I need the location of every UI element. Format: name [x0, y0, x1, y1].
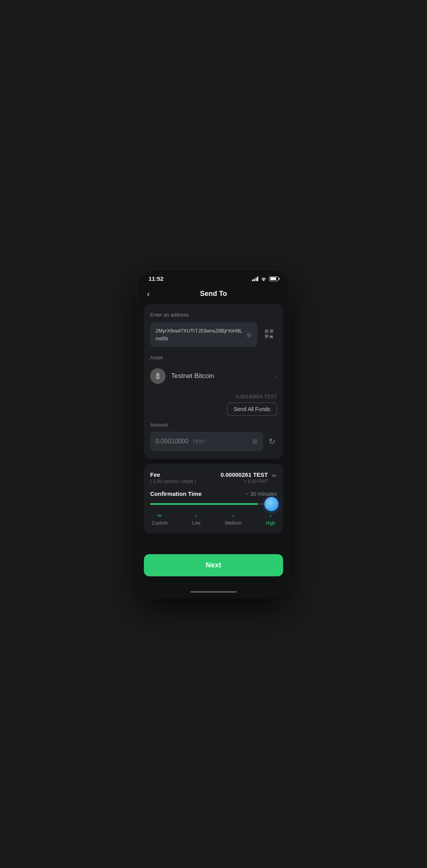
- fee-fiat: ≈ 0.00 FIAT: [220, 479, 268, 484]
- confirmation-value: ~ 30 minutes: [245, 491, 277, 497]
- asset-name: Testnet Bitcoin: [171, 372, 275, 380]
- home-bar: [190, 591, 237, 593]
- status-bar: 11:52: [138, 270, 289, 285]
- fee-card: Fee ( 1.00 satoshi / vbyte ) 0.00000261 …: [144, 464, 283, 534]
- main-content: Enter an address 2MyrX9swt7XUTrTJ53wnsZ8…: [138, 304, 289, 548]
- fee-row: Fee ( 1.00 satoshi / vbyte ) 0.00000261 …: [150, 471, 277, 484]
- phone-shell: 11:52 ‹ Send To Enter an address: [138, 270, 289, 598]
- fee-slider-thumb[interactable]: [264, 497, 278, 511]
- speed-low[interactable]: › Low: [192, 513, 201, 526]
- fee-value-group: 0.00000261 TEST ≈ 0.00 FIAT ✏: [220, 471, 277, 484]
- amount-row: 0.00010000 TEST ⊗ ↻: [150, 432, 277, 451]
- speed-custom[interactable]: ✏ Custom: [152, 513, 168, 526]
- send-all-button[interactable]: Send All Funds: [227, 402, 277, 416]
- edit-fee-button[interactable]: ✏: [272, 472, 277, 480]
- back-button[interactable]: ‹: [145, 288, 151, 300]
- low-icon: ›: [195, 513, 197, 519]
- fee-label-group: Fee ( 1.00 satoshi / vbyte ): [150, 471, 220, 484]
- custom-label: Custom: [152, 520, 168, 526]
- balance-amount: 0.00140654 TEST: [150, 394, 277, 399]
- high-icon: ›: [270, 513, 271, 519]
- status-time: 11:52: [149, 275, 163, 282]
- amount-label: Amount: [150, 422, 277, 428]
- asset-label: Asset: [150, 355, 277, 360]
- clear-address-button[interactable]: ⊗: [246, 331, 252, 339]
- fee-slider-track[interactable]: [150, 503, 277, 505]
- amount-section: Amount 0.00010000 TEST ⊗ ↻: [150, 422, 277, 451]
- fee-amount: 0.00000261 TEST: [220, 471, 268, 478]
- amount-input[interactable]: 0.00010000 TEST ⊗: [150, 432, 263, 451]
- high-label: High: [266, 520, 275, 526]
- low-label: Low: [192, 520, 201, 526]
- next-button[interactable]: Next: [144, 554, 283, 576]
- bottom-area: Next: [138, 548, 289, 586]
- medium-label: Medium: [225, 520, 242, 526]
- balance-area: 0.00140654 TEST Send All Funds: [150, 394, 277, 416]
- address-input[interactable]: 2MyrX9swt7XUTrTJ53wnsZ8BjrYoH9Lmd5b ⊗: [150, 322, 257, 347]
- wifi-icon: [261, 276, 267, 281]
- qr-scan-button[interactable]: [261, 326, 277, 344]
- fee-sublabel: ( 1.00 satoshi / vbyte ): [150, 479, 220, 484]
- status-icons: [252, 276, 279, 281]
- battery-icon: [269, 276, 278, 281]
- header: ‹ Send To: [138, 285, 289, 304]
- home-indicator: [138, 586, 289, 598]
- page-title: Send To: [200, 290, 227, 298]
- address-row: 2MyrX9swt7XUTrTJ53wnsZ8BjrYoH9Lmd5b ⊗: [150, 322, 277, 347]
- asset-selector[interactable]: ₿ Testnet Bitcoin ›: [150, 365, 277, 387]
- address-card: Enter an address 2MyrX9swt7XUTrTJ53wnsZ8…: [144, 304, 283, 459]
- speed-high[interactable]: › High: [266, 513, 275, 526]
- chevron-right-icon: ›: [275, 373, 277, 380]
- custom-icon: ✏: [158, 513, 162, 519]
- address-value: 2MyrX9swt7XUTrTJ53wnsZ8BjrYoH9Lmd5b: [156, 327, 243, 342]
- fee-slider-fill: [150, 503, 258, 505]
- confirmation-label: Confirmation Time: [150, 490, 201, 497]
- swap-currency-button[interactable]: ↻: [267, 435, 277, 448]
- signal-icon: [252, 276, 259, 281]
- amount-value: 0.00010000: [156, 438, 189, 444]
- fee-slider-container: [150, 503, 277, 505]
- amount-unit: TEST: [192, 439, 205, 444]
- address-label: Enter an address: [150, 312, 277, 318]
- speed-medium[interactable]: › Medium: [225, 513, 242, 526]
- fee-label: Fee: [150, 471, 220, 478]
- medium-icon: ›: [232, 513, 234, 519]
- asset-icon: ₿: [150, 368, 166, 384]
- confirmation-row: Confirmation Time ~ 30 minutes: [150, 490, 277, 497]
- clear-amount-button[interactable]: ⊗: [252, 437, 258, 446]
- speed-options: ✏ Custom › Low › Medium › High: [150, 513, 277, 526]
